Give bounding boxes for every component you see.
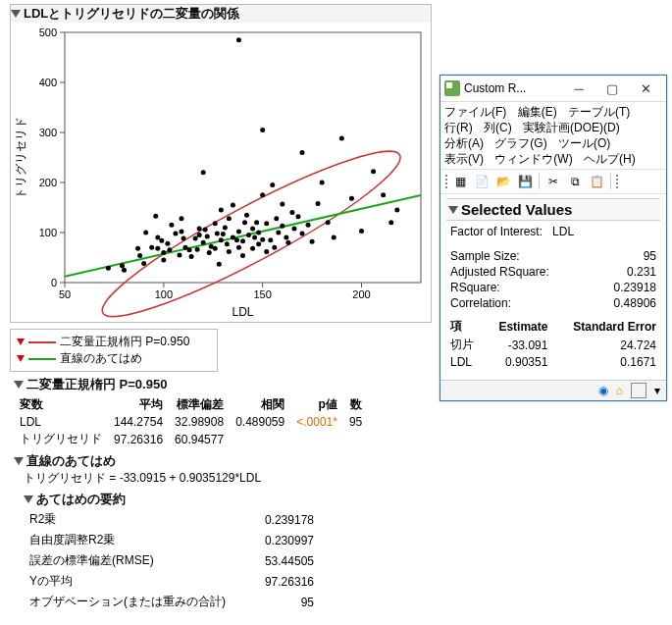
fit-summary-header[interactable]: あてはめの要約 — [24, 491, 432, 508]
chart-area[interactable]: 501001502000100200300400500LDLトリグリセリド — [11, 23, 433, 322]
col-p: p値 — [290, 395, 343, 414]
col-sd: 標準偏差 — [169, 395, 230, 414]
svg-point-31 — [141, 261, 146, 266]
app-icon — [444, 80, 460, 96]
table-row: オブザベーション(または重みの合計)95 — [26, 593, 318, 611]
menu-doe[interactable]: 実験計画(DOE)(D) — [523, 120, 620, 135]
custom-results-window[interactable]: Custom R... ─ ▢ ✕ ファイル(F) 編集(E) テーブル(T) … — [439, 75, 667, 401]
close-button[interactable]: ✕ — [629, 78, 662, 98]
toolbar-grip-icon[interactable] — [444, 174, 448, 189]
svg-point-95 — [276, 231, 281, 235]
svg-point-49 — [187, 247, 192, 252]
menu-graph[interactable]: グラフ(G) — [494, 135, 546, 151]
toolbar: ▦ 📄 📂 💾 ✂ ⧉ 📋 — [440, 170, 666, 194]
svg-text:500: 500 — [39, 26, 57, 38]
fit-equation: トリグリセリド = -33.0915 + 0.9035129*LDL — [24, 470, 432, 487]
svg-text:200: 200 — [352, 288, 370, 300]
toolbar-cut-button[interactable]: ✂ — [543, 172, 563, 191]
ellipse-stats-title: 二変量正規楕円 P=0.950 — [26, 376, 167, 393]
minimize-button[interactable]: ─ — [562, 78, 595, 98]
svg-point-97 — [280, 224, 284, 229]
svg-point-74 — [236, 229, 241, 234]
chart-section-header[interactable]: LDLとトリグリセリドの二変量の関係 — [11, 5, 431, 23]
svg-point-118 — [236, 37, 241, 42]
titlebar[interactable]: Custom R... ─ ▢ ✕ — [440, 76, 666, 102]
legend-fit-row[interactable]: 直線のあてはめ — [17, 350, 211, 367]
svg-point-120 — [201, 170, 206, 175]
svg-point-50 — [189, 254, 194, 259]
disclosure-triangle-icon[interactable] — [11, 10, 21, 18]
svg-point-117 — [394, 208, 399, 213]
app-viewport: LDLとトリグリセリドの二変量の関係 501001502000100200300… — [0, 0, 672, 625]
svg-point-28 — [122, 268, 127, 273]
svg-point-119 — [260, 128, 265, 132]
menu-edit[interactable]: 編集(E) — [518, 104, 557, 120]
table-header-row: 項 Estimate Standard Error — [446, 317, 660, 336]
svg-point-45 — [179, 229, 183, 234]
maximize-button[interactable]: ▢ — [595, 78, 629, 98]
svg-point-67 — [221, 232, 226, 236]
toolbar-save-button[interactable]: 💾 — [515, 172, 535, 191]
menu-file[interactable]: ファイル(F) — [444, 104, 506, 120]
toolbar-new-button[interactable]: 📄 — [472, 172, 491, 191]
svg-point-66 — [223, 225, 228, 230]
disclosure-triangle-icon[interactable] — [24, 495, 33, 503]
svg-point-80 — [246, 233, 251, 237]
toolbar-grip-icon[interactable] — [615, 174, 619, 189]
status-box-icon[interactable] — [631, 383, 646, 398]
svg-point-102 — [295, 214, 300, 219]
status-nav-icon[interactable]: ◉ — [598, 384, 608, 397]
fit-summary-title: あてはめの要約 — [36, 491, 126, 508]
legend: 二変量正規楕円 P=0.950 直線のあてはめ — [10, 329, 218, 372]
svg-text:トリグリセリド: トリグリセリド — [14, 117, 27, 199]
legend-ellipse-label: 二変量正規楕円 P=0.950 — [60, 334, 189, 350]
legend-fit-label: 直線のあてはめ — [60, 350, 142, 367]
menu-cols[interactable]: 列(C) — [484, 120, 512, 135]
fit-section-header[interactable]: 直線のあてはめ — [14, 452, 432, 470]
svg-point-116 — [388, 220, 393, 225]
legend-ellipse-row[interactable]: 二変量正規楕円 P=0.950 — [17, 334, 211, 350]
menu-help[interactable]: ヘルプ(H) — [584, 151, 636, 167]
kv-sample-size: Sample Size:95 — [450, 248, 656, 264]
menu-analyze[interactable]: 分析(A) — [444, 135, 484, 151]
status-dropdown-icon[interactable]: ▾ — [654, 384, 660, 397]
menu-window[interactable]: ウィンドウ(W) — [494, 151, 572, 167]
svg-point-32 — [143, 231, 148, 235]
disclosure-triangle-icon[interactable] — [17, 339, 25, 345]
svg-point-58 — [207, 250, 212, 255]
svg-point-41 — [169, 223, 174, 228]
disclosure-triangle-icon[interactable] — [17, 355, 25, 362]
estimates-table: 項 Estimate Standard Error 切片 -33.091 24.… — [446, 317, 660, 370]
bivariate-panel: LDLとトリグリセリドの二変量の関係 501001502000100200300… — [10, 4, 432, 613]
svg-point-71 — [231, 202, 235, 207]
disclosure-triangle-icon[interactable] — [14, 457, 24, 465]
factor-label: Factor of Interest: — [450, 225, 543, 238]
svg-point-94 — [274, 216, 279, 221]
svg-point-52 — [195, 247, 200, 252]
svg-text:300: 300 — [39, 127, 57, 138]
fit-summary-table: R2乗0.239178 自由度調整R2乗0.230997 誤差の標準偏差(RMS… — [24, 508, 320, 613]
svg-point-114 — [371, 169, 376, 174]
menu-view[interactable]: 表示(V) — [444, 151, 484, 167]
menubar[interactable]: ファイル(F) 編集(E) テーブル(T) 行(R) 列(C) 実験計画(DOE… — [440, 102, 666, 170]
disclosure-triangle-icon[interactable] — [14, 381, 24, 389]
disclosure-triangle-icon[interactable] — [448, 206, 458, 214]
status-home-icon[interactable]: ⌂ — [616, 384, 623, 397]
ellipse-stats-header[interactable]: 二変量正規楕円 P=0.950 — [14, 376, 432, 393]
toolbar-separator — [539, 174, 540, 189]
toolbar-open-button[interactable]: 📂 — [493, 172, 513, 191]
toolbar-table-button[interactable]: ▦ — [450, 172, 470, 191]
svg-point-36 — [155, 246, 160, 251]
menu-tools[interactable]: ツール(O) — [558, 135, 610, 151]
menu-rows[interactable]: 行(R) — [444, 120, 473, 135]
toolbar-paste-button[interactable]: 📋 — [587, 172, 606, 191]
svg-point-54 — [197, 226, 202, 231]
svg-point-104 — [300, 232, 305, 236]
selected-values-header[interactable]: Selected Values — [446, 198, 660, 221]
svg-rect-0 — [65, 32, 421, 283]
menu-tables[interactable]: テーブル(T) — [568, 104, 630, 120]
selected-values-title: Selected Values — [461, 201, 572, 218]
svg-point-26 — [106, 266, 111, 271]
toolbar-copy-button[interactable]: ⧉ — [565, 172, 585, 191]
svg-point-69 — [227, 249, 232, 254]
